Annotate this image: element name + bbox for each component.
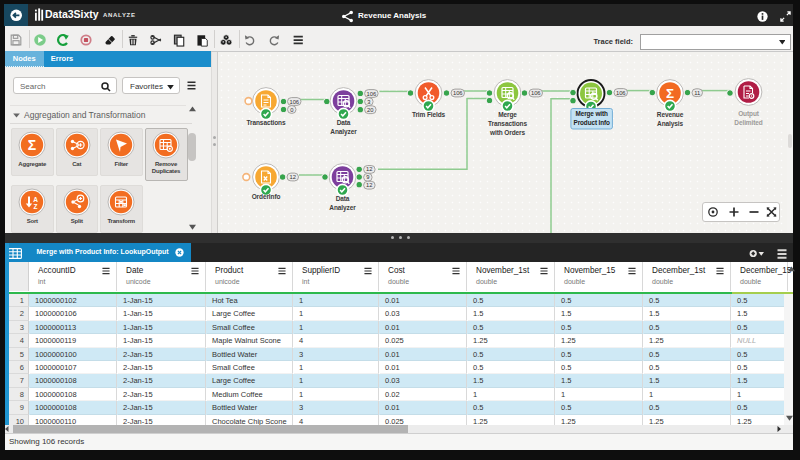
svg-text:0: 0 <box>290 107 293 113</box>
svg-text:20: 20 <box>367 107 373 113</box>
svg-text:OrderInfo: OrderInfo <box>252 193 281 200</box>
svg-text:Revenue: Revenue <box>657 111 684 118</box>
svg-text:Output: Output <box>738 110 760 118</box>
svg-text:106: 106 <box>453 90 463 96</box>
svg-text:9: 9 <box>366 174 369 180</box>
svg-text:11: 11 <box>694 90 700 96</box>
svg-text:Z: Z <box>34 203 38 210</box>
svg-text:12: 12 <box>290 174 296 180</box>
svg-text:Analysis: Analysis <box>657 120 683 128</box>
svg-text:Σ: Σ <box>28 137 36 153</box>
svg-text:12: 12 <box>366 182 372 188</box>
svg-text:12: 12 <box>366 166 372 172</box>
svg-text:106: 106 <box>531 90 541 96</box>
svg-text:A: A <box>33 196 38 203</box>
svg-text:Transactions: Transactions <box>488 120 527 127</box>
svg-text:Analyzer: Analyzer <box>329 204 356 212</box>
svg-text:Product Info: Product Info <box>573 119 610 126</box>
svg-text:3: 3 <box>367 99 370 105</box>
svg-text:Data: Data <box>337 119 351 126</box>
svg-text:Σ: Σ <box>666 86 674 101</box>
svg-text:Analyzer: Analyzer <box>330 128 357 136</box>
svg-text:with Orders: with Orders <box>489 129 526 136</box>
svg-text:106: 106 <box>367 91 377 97</box>
svg-text:Merge: Merge <box>498 111 517 119</box>
svg-text:106: 106 <box>289 99 299 105</box>
svg-text:Transactions: Transactions <box>247 119 286 126</box>
svg-text:Delimited: Delimited <box>734 119 762 126</box>
svg-text:Trim Fields: Trim Fields <box>412 111 446 118</box>
svg-text:Data: Data <box>336 195 350 202</box>
svg-text:106: 106 <box>616 90 626 96</box>
svg-text:Merge with: Merge with <box>576 110 609 118</box>
